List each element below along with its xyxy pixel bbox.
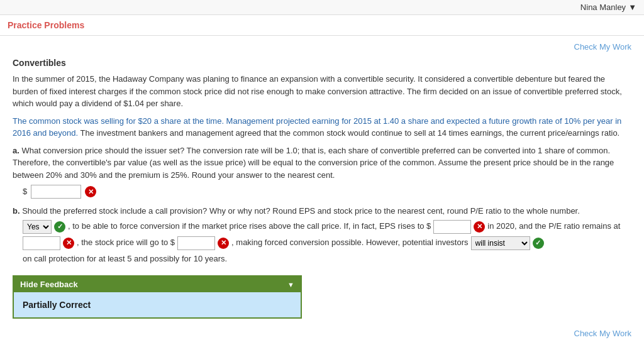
eps-input[interactable] xyxy=(433,220,471,234)
intro-p2-text-2: The investment bankers and management ag… xyxy=(80,128,619,138)
username-label: Nina Manley xyxy=(580,3,626,12)
check-my-work-top-button[interactable]: Check My Work xyxy=(574,42,632,52)
stock-price-error-icon: ✕ xyxy=(218,238,229,249)
breadcrumb-bar: Practice Problems xyxy=(0,15,644,36)
inline-text-3: , the stock price will go to $ xyxy=(77,236,175,250)
section-title: Convertibles xyxy=(13,58,631,68)
question-b-label: b. Should the preferred stock include a … xyxy=(13,206,580,216)
top-bar: Nina Manley ▼ xyxy=(0,0,644,15)
question-b-row-1: Yes No ✓ , to be able to force conversio… xyxy=(23,220,631,234)
feedback-header-label: Hide Feedback xyxy=(20,280,78,289)
check-my-work-bottom-button[interactable]: Check My Work xyxy=(574,329,632,338)
question-b-row-2: ✕ , the stock price will go to $ ✕ , mak… xyxy=(23,236,631,266)
inline-text-5: on call protection for at least 5 and po… xyxy=(23,253,227,266)
breadcrumb-link[interactable]: Practice Problems xyxy=(8,20,84,30)
user-dropdown-icon[interactable]: ▼ xyxy=(628,3,636,12)
stock-price-input[interactable] xyxy=(177,236,215,250)
yes-no-select[interactable]: Yes No xyxy=(23,220,52,234)
dollar-sign-a: $ xyxy=(23,185,27,198)
inline-text-4: , making forced conversion possible. How… xyxy=(231,236,468,250)
intro-paragraph-1: In the summer of 2015, the Hadaway Compa… xyxy=(13,73,631,110)
question-a-label: a. What conversion price should the issu… xyxy=(13,146,614,180)
feedback-triangle-icon: ▼ xyxy=(287,281,294,288)
feedback-body: Partially Correct xyxy=(14,292,301,317)
question-a-input-row: $ ✕ xyxy=(23,185,631,199)
question-a-input[interactable] xyxy=(31,185,81,199)
pe-ratio-input[interactable] xyxy=(23,236,60,250)
will-insist-check-icon: ✓ xyxy=(533,238,544,249)
check-my-work-bottom-container: Check My Work xyxy=(13,329,631,344)
feedback-status: Partially Correct xyxy=(23,300,91,310)
question-a: a. What conversion price should the issu… xyxy=(13,145,631,199)
feedback-box: Hide Feedback ▼ Partially Correct xyxy=(13,275,302,319)
inline-text-1: , to be able to force conversion if the … xyxy=(68,220,431,233)
check-my-work-top-container: Check My Work xyxy=(13,42,631,52)
intro-paragraph-2: The common stock was selling for $20 a s… xyxy=(13,115,631,140)
eps-error-icon: ✕ xyxy=(474,221,485,233)
pe-error-icon: ✕ xyxy=(63,238,74,249)
intro-p1-text: In the summer of 2015, the Hadaway Compa… xyxy=(13,74,622,108)
will-insist-select[interactable]: will insist will not insist xyxy=(471,236,530,250)
question-a-error-icon: ✕ xyxy=(85,186,96,197)
feedback-header[interactable]: Hide Feedback ▼ xyxy=(14,277,301,292)
user-info: Nina Manley ▼ xyxy=(580,3,636,12)
yes-no-check-icon: ✓ xyxy=(54,221,65,233)
question-b: b. Should the preferred stock include a … xyxy=(13,205,631,265)
inline-text-2: in 2020, and the P/E ratio remains at xyxy=(487,220,620,233)
main-content: Check My Work Convertibles In the summer… xyxy=(0,36,644,351)
